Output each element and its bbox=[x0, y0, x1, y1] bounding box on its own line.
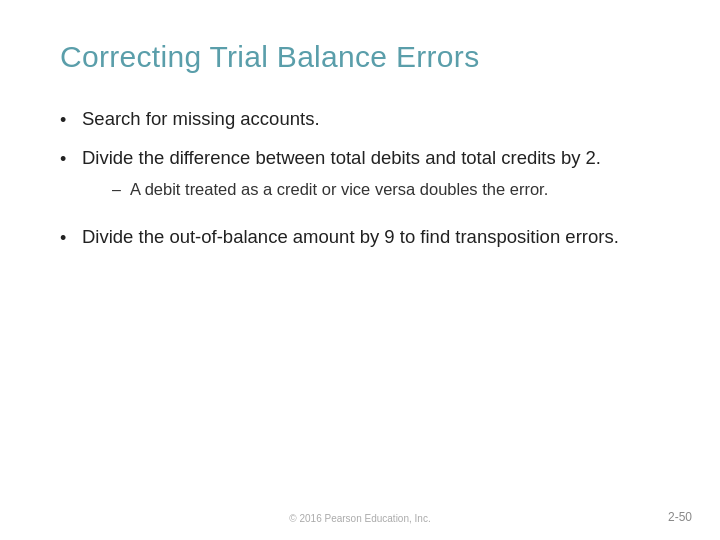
sub-text-1: A debit treated as a credit or vice vers… bbox=[130, 178, 660, 202]
footer-copyright: © 2016 Pearson Education, Inc. bbox=[289, 513, 430, 524]
page-number: 2-50 bbox=[668, 510, 692, 524]
slide-title: Correcting Trial Balance Errors bbox=[60, 40, 660, 74]
bullet-dot-1: • bbox=[60, 107, 82, 133]
slide: Correcting Trial Balance Errors • Search… bbox=[0, 0, 720, 540]
bullet-text-1: Search for missing accounts. bbox=[82, 106, 660, 133]
bullet-dot-3: • bbox=[60, 225, 82, 251]
sub-item-1: – A debit treated as a credit or vice ve… bbox=[112, 178, 660, 202]
footer: © 2016 Pearson Education, Inc. bbox=[0, 513, 720, 524]
bullet-text-2: Divide the difference between total debi… bbox=[82, 147, 601, 168]
bullet-item-3: • Divide the out-of-balance amount by 9 … bbox=[60, 224, 660, 251]
bullet-item-1: • Search for missing accounts. bbox=[60, 106, 660, 133]
bullet-text-3: Divide the out-of-balance amount by 9 to… bbox=[82, 224, 660, 251]
bullet-dot-2: • bbox=[60, 146, 82, 172]
content-area: • Search for missing accounts. • Divide … bbox=[60, 106, 660, 251]
bullet-item-2: • Divide the difference between total de… bbox=[60, 145, 660, 212]
sub-dash-1: – bbox=[112, 178, 130, 201]
